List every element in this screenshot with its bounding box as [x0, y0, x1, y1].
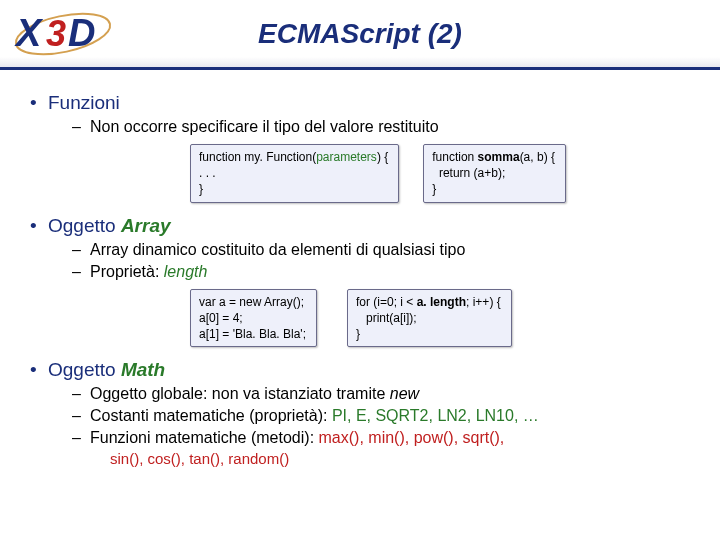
math-funcs: max(), min(), pow(), sqrt(), — [319, 429, 505, 446]
sub-prefix: Funzioni matematiche (metodi): — [90, 429, 319, 446]
bullet-math: Oggetto Math — [0, 355, 720, 383]
svg-text:3: 3 — [46, 13, 66, 54]
bullet-text: Funzioni — [48, 92, 120, 113]
sub-bullet: Costanti matematiche (proprietà): PI, E,… — [0, 405, 720, 427]
sub-text: Non occorre specificare il tipo del valo… — [90, 118, 439, 135]
sub-em: length — [164, 263, 208, 280]
sub-prefix: Costanti matematiche (proprietà): — [90, 407, 332, 424]
bullet-prefix: Oggetto — [48, 215, 121, 236]
sub-text: Array dinamico costituito da elementi di… — [90, 241, 465, 258]
sub-bullet: Oggetto globale: non va istanziato trami… — [0, 383, 720, 405]
svg-text:X: X — [14, 12, 44, 54]
bullet-em: Array — [121, 215, 171, 236]
slide-header: X 3 D ECMAScript (2) — [0, 0, 720, 70]
code-row-funzioni: function my. Function(parameters) { . . … — [0, 138, 720, 211]
sub-bullet: Non occorre specificare il tipo del valo… — [0, 116, 720, 138]
sub-bullet: Array dinamico costituito da elementi di… — [0, 239, 720, 261]
svg-text:D: D — [68, 12, 95, 54]
code-function-generic: function my. Function(parameters) { . . … — [190, 144, 399, 203]
sub-bullet: Proprietà: length — [0, 261, 720, 283]
code-array-loop: for (i=0; i < a. length; i++) { print(a[… — [347, 289, 512, 348]
x3d-logo: X 3 D — [8, 4, 118, 64]
bullet-funzioni: Funzioni — [0, 88, 720, 116]
bullet-array: Oggetto Array — [0, 211, 720, 239]
sub-sub-bullet: sin(), cos(), tan(), random() — [0, 449, 720, 468]
bullet-em: Math — [121, 359, 165, 380]
math-consts: PI, E, SQRT2, LN2, LN10, … — [332, 407, 539, 424]
sub-prefix: Proprietà: — [90, 263, 164, 280]
code-row-array: var a = new Array(); a[0] = 4; a[1] = 'B… — [0, 283, 720, 356]
math-funcs-2: sin(), cos(), tan(), random() — [110, 450, 289, 467]
code-array-init: var a = new Array(); a[0] = 4; a[1] = 'B… — [190, 289, 317, 348]
bullet-prefix: Oggetto — [48, 359, 121, 380]
slide-content: Funzioni Non occorre specificare il tipo… — [0, 70, 720, 468]
sub-bullet: Funzioni matematiche (metodi): max(), mi… — [0, 427, 720, 449]
sub-em: new — [390, 385, 419, 402]
code-function-somma: function somma(a, b) { return (a+b); } — [423, 144, 566, 203]
sub-prefix: Oggetto globale: non va istanziato trami… — [90, 385, 390, 402]
